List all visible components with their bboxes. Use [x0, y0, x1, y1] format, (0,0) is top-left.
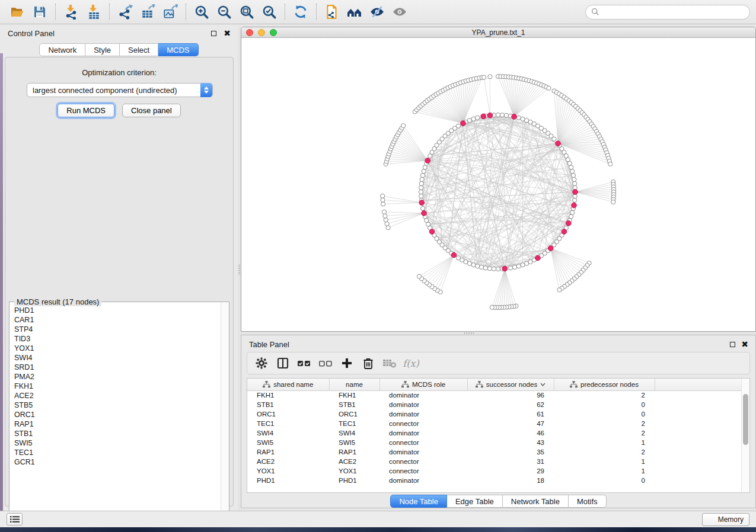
- table-cell[interactable]: [655, 466, 741, 476]
- table-cell[interactable]: 2: [554, 419, 655, 428]
- mcds-node-item[interactable]: PMA2: [14, 372, 219, 382]
- table-cell[interactable]: PHD1: [247, 476, 329, 485]
- table-cell[interactable]: [655, 409, 741, 419]
- table-cell[interactable]: [655, 400, 741, 409]
- table-cell[interactable]: YOX1: [247, 466, 329, 476]
- tab-motifs[interactable]: Motifs: [569, 495, 607, 508]
- table-cell[interactable]: ORC1: [247, 409, 329, 419]
- table-cell[interactable]: YOX1: [329, 466, 379, 476]
- export-image-icon[interactable]: [159, 2, 181, 22]
- table-cell[interactable]: STB1: [329, 400, 379, 409]
- column-header-name[interactable]: name: [329, 379, 379, 390]
- table-cell[interactable]: 1: [554, 466, 655, 476]
- zoom-selected-icon[interactable]: [258, 2, 280, 22]
- table-row[interactable]: FKH1FKH1dominator962: [247, 390, 741, 400]
- mcds-node-item[interactable]: RAP1: [14, 419, 219, 429]
- column-header-shared-name[interactable]: shared name: [247, 379, 329, 390]
- mcds-node-item[interactable]: TEC1: [14, 448, 219, 457]
- table-cell[interactable]: 61: [467, 409, 554, 419]
- search-box[interactable]: [585, 5, 750, 20]
- table-cell[interactable]: connector: [379, 438, 467, 447]
- share-document-icon[interactable]: [321, 2, 343, 22]
- table-cell[interactable]: [655, 419, 741, 428]
- criterion-dropdown[interactable]: largest connected component (undirected): [27, 83, 213, 97]
- deselect-all-icon[interactable]: [316, 354, 335, 372]
- tab-node-table[interactable]: Node Table: [390, 495, 447, 508]
- close-panel-icon[interactable]: ✖: [224, 30, 231, 36]
- export-table-icon[interactable]: [136, 2, 159, 22]
- column-header-mcds-role[interactable]: MCDS role: [379, 379, 467, 390]
- mcds-result-list[interactable]: PHD1CAR1STP4TID3YOX1SWI4SRD1PMA2FKH1ACE2…: [10, 306, 219, 518]
- table-cell[interactable]: ACE2: [329, 457, 379, 466]
- table-cell[interactable]: 96: [467, 390, 554, 400]
- table-cell[interactable]: 1: [554, 457, 655, 466]
- table-cell[interactable]: dominator: [379, 476, 467, 485]
- table-cell[interactable]: 2: [554, 390, 655, 400]
- mcds-node-item[interactable]: SWI4: [14, 353, 219, 363]
- mcds-node-item[interactable]: STB5: [14, 400, 219, 410]
- table-cell[interactable]: 47: [467, 419, 554, 428]
- run-mcds-button[interactable]: Run MCDS: [58, 104, 114, 117]
- table-row[interactable]: SWI5SWI5connector431: [247, 438, 741, 447]
- export-network-icon[interactable]: [114, 2, 136, 22]
- mcds-node-item[interactable]: STB1: [14, 429, 219, 438]
- network-window-titlebar[interactable]: YPA_prune.txt_1: [241, 27, 755, 38]
- home-networks-icon[interactable]: [343, 2, 366, 22]
- tab-select[interactable]: Select: [120, 43, 158, 56]
- table-cell[interactable]: 31: [467, 457, 554, 466]
- mcds-node-item[interactable]: SRD1: [14, 363, 219, 372]
- table-row[interactable]: TEC1TEC1connector472: [247, 419, 741, 428]
- table-cell[interactable]: dominator: [379, 409, 467, 419]
- delete-icon[interactable]: [359, 354, 378, 372]
- mcds-node-item[interactable]: STP4: [14, 325, 219, 334]
- select-all-icon[interactable]: [295, 354, 314, 372]
- tab-edge-table[interactable]: Edge Table: [447, 495, 503, 508]
- float-table-panel-icon[interactable]: [730, 342, 735, 347]
- float-panel-icon[interactable]: [211, 31, 216, 36]
- mcds-node-item[interactable]: ACE2: [14, 391, 219, 400]
- table-cell[interactable]: SWI5: [329, 438, 379, 447]
- open-folder-icon[interactable]: [6, 2, 28, 22]
- mcds-list-scrollbar[interactable]: [221, 303, 228, 518]
- table-cell[interactable]: dominator: [379, 447, 467, 457]
- import-table-icon[interactable]: [82, 2, 105, 22]
- tab-style[interactable]: Style: [85, 43, 120, 56]
- table-cell[interactable]: dominator: [379, 428, 467, 438]
- table-cell[interactable]: TEC1: [247, 419, 329, 428]
- task-history-button[interactable]: [7, 513, 23, 525]
- table-cell[interactable]: 2: [554, 447, 655, 457]
- table-row[interactable]: RAP1RAP1dominator352: [247, 447, 741, 457]
- table-cell[interactable]: 18: [467, 476, 554, 485]
- import-network-icon[interactable]: [60, 2, 82, 22]
- table-cell[interactable]: ORC1: [329, 409, 379, 419]
- table-scrollbar[interactable]: [741, 379, 749, 492]
- table-cell[interactable]: 2: [554, 428, 655, 438]
- table-cell[interactable]: [655, 390, 741, 400]
- mcds-node-item[interactable]: ORC1: [14, 410, 219, 419]
- table-row[interactable]: STB1STB1dominator620: [247, 400, 741, 409]
- table-row[interactable]: PHD1PHD1dominator180: [247, 476, 741, 485]
- table-cell[interactable]: SWI5: [247, 438, 329, 447]
- tab-network[interactable]: Network: [39, 43, 85, 56]
- mcds-node-item[interactable]: CAR1: [14, 315, 219, 325]
- zoom-fit-icon[interactable]: [235, 2, 258, 22]
- table-cell[interactable]: STB1: [247, 400, 329, 409]
- close-table-panel-icon[interactable]: ✖: [741, 341, 748, 347]
- table-cell[interactable]: RAP1: [329, 447, 379, 457]
- table-row[interactable]: ORC1ORC1dominator610: [247, 409, 741, 419]
- table-cell[interactable]: 29: [467, 466, 554, 476]
- column-header-predecessor-nodes[interactable]: predecessor nodes: [554, 379, 655, 390]
- column-header-successor-nodes[interactable]: successor nodes: [467, 379, 554, 390]
- memory-button[interactable]: Memory: [702, 513, 749, 526]
- search-input[interactable]: [599, 7, 744, 17]
- table-cell[interactable]: [655, 447, 741, 457]
- mcds-node-item[interactable]: GCR1: [14, 457, 219, 467]
- table-cell[interactable]: RAP1: [247, 447, 329, 457]
- table-cell[interactable]: ACE2: [247, 457, 329, 466]
- table-cell[interactable]: 43: [467, 438, 554, 447]
- gear-icon[interactable]: [252, 354, 271, 372]
- mcds-node-item[interactable]: TID3: [14, 334, 219, 344]
- table-cell[interactable]: connector: [379, 457, 467, 466]
- table-cell[interactable]: 0: [554, 476, 655, 485]
- table-scrollbar-thumb[interactable]: [743, 394, 748, 445]
